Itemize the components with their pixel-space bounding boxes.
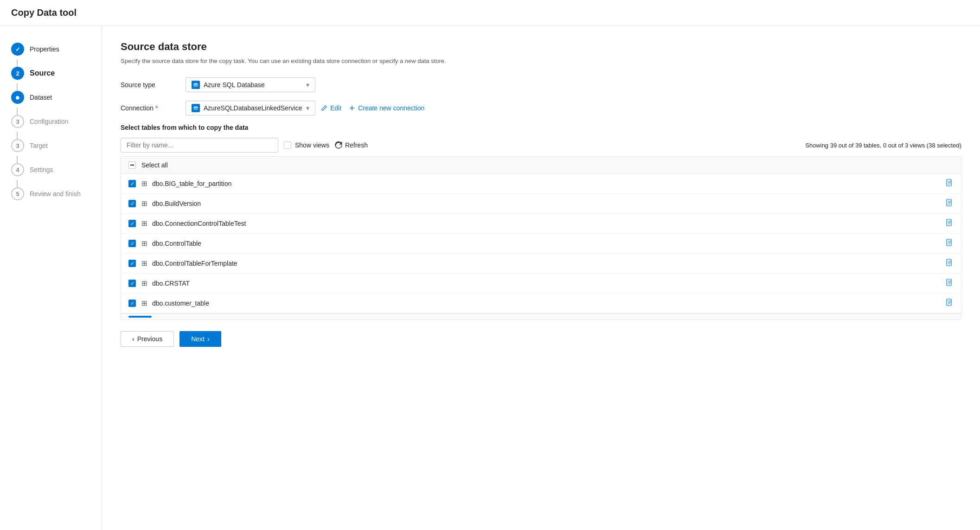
table-grid-icon-4: ⊞ [141, 259, 147, 268]
next-label: Next [191, 335, 205, 343]
table-list-header[interactable]: Select all [121, 157, 961, 174]
sidebar-item-source[interactable]: 2 Source [0, 61, 102, 85]
edit-button[interactable]: Edit [321, 104, 341, 112]
connection-db-icon [192, 104, 200, 112]
sidebar-item-settings[interactable]: 4 Settings [0, 158, 102, 182]
table-grid-icon-2: ⊞ [141, 219, 147, 228]
minus-icon [130, 165, 134, 166]
sidebar: ✓ Properties 2 Source ● Dataset 3 Config… [0, 26, 102, 530]
required-star: * [154, 104, 158, 112]
show-views-label: Show views [295, 141, 329, 149]
refresh-icon [335, 141, 342, 149]
row-checkbox-3[interactable]: ✓ [128, 240, 136, 247]
next-chevron-icon: › [207, 335, 210, 343]
row-checkbox-0[interactable]: ✓ [128, 180, 136, 187]
table-name-2: dbo.ConnectionControlTableTest [152, 220, 945, 227]
step-circle-settings: 4 [11, 163, 24, 176]
table-grid-icon-1: ⊞ [141, 199, 147, 208]
step-label-properties: Properties [30, 45, 59, 53]
table-row[interactable]: ✓ ⊞ dbo.BuildVersion [121, 194, 961, 214]
connection-dropdown[interactable]: AzureSQLDatabaseLinkedService ▾ [186, 101, 315, 115]
row-checkbox-6[interactable]: ✓ [128, 300, 136, 307]
show-views-checkbox-label[interactable]: Show views [284, 141, 329, 149]
step-circle-configuration: 3 [11, 115, 24, 128]
connection-row: Connection * AzureSQLDatabaseLinkedServi… [121, 101, 961, 115]
svg-point-3 [194, 107, 198, 108]
previous-chevron-icon: ‹ [132, 335, 135, 343]
plus-icon [349, 105, 355, 111]
content-title: Source data store [121, 41, 961, 53]
bottom-nav: ‹ Previous Next › [121, 320, 961, 347]
table-toolbar: Show views Refresh Showing 39 out of 39 … [121, 138, 961, 153]
table-row[interactable]: ✓ ⊞ dbo.customer_table [121, 294, 961, 313]
create-connection-button[interactable]: Create new connection [349, 104, 424, 112]
step-label-source: Source [30, 69, 55, 77]
table-name-5: dbo.CRSTAT [152, 280, 945, 287]
source-type-value: Azure SQL Database [204, 81, 265, 89]
content-area: Source data store Specify the source dat… [102, 26, 980, 530]
table-row[interactable]: ✓ ⊞ dbo.ControlTableForTemplate [121, 254, 961, 274]
doc-icon-3[interactable] [945, 238, 954, 249]
step-circle-dataset: ● [11, 91, 24, 104]
sidebar-item-dataset[interactable]: ● Dataset [0, 85, 102, 109]
previous-button[interactable]: ‹ Previous [121, 331, 174, 347]
sidebar-item-review[interactable]: 5 Review and finish [0, 182, 102, 206]
table-grid-icon-6: ⊞ [141, 299, 147, 307]
table-row[interactable]: ✓ ⊞ dbo.CRSTAT [121, 274, 961, 294]
step-circle-properties: ✓ [11, 43, 24, 56]
select-all-checkbox[interactable] [128, 161, 136, 169]
doc-icon-5[interactable] [945, 278, 954, 288]
sidebar-item-configuration[interactable]: 3 Configuration [0, 109, 102, 134]
doc-icon-1[interactable] [945, 198, 954, 209]
svg-point-1 [194, 83, 198, 85]
doc-icon-0[interactable] [945, 179, 954, 189]
sidebar-item-target[interactable]: 3 Target [0, 134, 102, 158]
show-views-checkbox[interactable] [284, 141, 291, 149]
source-type-dropdown[interactable]: Azure SQL Database ▾ [186, 77, 315, 92]
table-row[interactable]: ✓ ⊞ dbo.ControlTable [121, 234, 961, 254]
doc-icon-6[interactable] [945, 298, 954, 308]
next-button[interactable]: Next › [179, 331, 221, 347]
step-label-dataset: Dataset [30, 94, 52, 101]
step-label-configuration: Configuration [30, 118, 68, 125]
table-status: Showing 39 out of 39 tables, 0 out of 3 … [805, 142, 961, 149]
chevron-down-icon: ▾ [306, 81, 309, 89]
source-type-row: Source type Azure SQL Database ▾ [121, 77, 961, 92]
page-title: Copy Data tool [0, 0, 980, 26]
row-checkbox-1[interactable]: ✓ [128, 200, 136, 207]
scroll-indicator-row [121, 313, 961, 319]
row-checkbox-5[interactable]: ✓ [128, 280, 136, 287]
row-checkbox-2[interactable]: ✓ [128, 220, 136, 227]
scroll-bar[interactable] [128, 316, 152, 318]
source-type-label: Source type [121, 81, 186, 89]
step-label-settings: Settings [30, 166, 53, 173]
table-grid-icon-5: ⊞ [141, 279, 147, 287]
table-grid-icon-0: ⊞ [141, 179, 147, 188]
filter-input[interactable] [121, 138, 278, 153]
refresh-label: Refresh [345, 141, 368, 149]
step-circle-review: 5 [11, 187, 24, 200]
row-checkbox-4[interactable]: ✓ [128, 260, 136, 267]
tables-section-label: Select tables from which to copy the dat… [121, 124, 961, 131]
table-name-1: dbo.BuildVersion [152, 200, 945, 207]
doc-icon-4[interactable] [945, 258, 954, 268]
connection-value: AzureSQLDatabaseLinkedService [204, 104, 302, 112]
edit-icon [321, 105, 327, 111]
table-grid-icon-3: ⊞ [141, 239, 147, 248]
sidebar-item-properties[interactable]: ✓ Properties [0, 37, 102, 61]
table-name-0: dbo.BIG_table_for_partition [152, 180, 945, 187]
step-label-review: Review and finish [30, 190, 81, 198]
content-description: Specify the source data store for the co… [121, 57, 961, 64]
azure-sql-db-icon [192, 81, 200, 89]
previous-label: Previous [137, 335, 162, 343]
step-circle-source: 2 [11, 67, 24, 80]
table-row[interactable]: ✓ ⊞ dbo.ConnectionControlTableTest [121, 214, 961, 234]
table-row[interactable]: ✓ ⊞ dbo.BIG_table_for_partition [121, 174, 961, 194]
table-name-3: dbo.ControlTable [152, 240, 945, 247]
refresh-button[interactable]: Refresh [335, 141, 368, 149]
connection-actions: Edit Create new connection [321, 104, 424, 112]
table-name-6: dbo.customer_table [152, 300, 945, 307]
doc-icon-2[interactable] [945, 218, 954, 229]
step-label-target: Target [30, 142, 48, 149]
select-all-label: Select all [141, 161, 168, 169]
